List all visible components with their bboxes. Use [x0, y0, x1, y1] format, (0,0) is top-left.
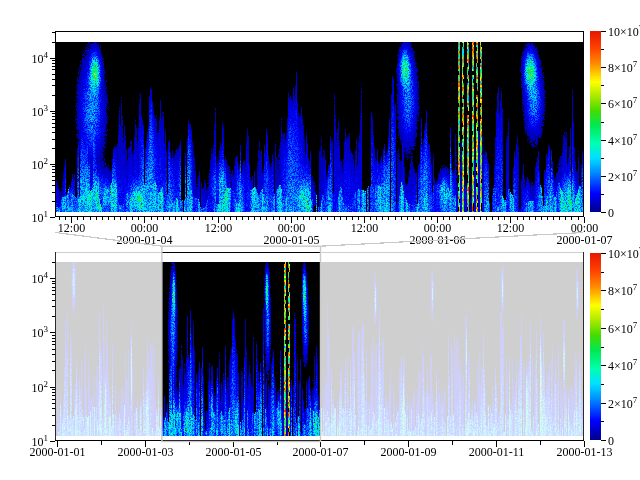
y-tick-label: 103	[32, 324, 49, 340]
colorbar-tick-label-exponent: 7	[633, 132, 638, 142]
y-tick-label: 101	[32, 209, 49, 225]
y-tick-label: 104	[32, 270, 49, 286]
y-tick-label-exponent: 2	[44, 156, 49, 166]
x-tick-date-label: 2000-01-01	[30, 445, 86, 459]
x-tick-date-label: 2000-01-07	[557, 233, 613, 247]
x-tick-date-label: 2000-01-04	[117, 233, 173, 247]
context-spectrogram-canvas[interactable]	[55, 252, 584, 441]
colorbar-tick-label: 4×107	[608, 132, 638, 148]
detail-colorbar	[590, 31, 601, 212]
x-tick-date-label: 2000-01-07	[293, 445, 349, 459]
colorbar-tick-label-exponent: 7	[633, 395, 638, 405]
context-colorbar	[590, 253, 601, 440]
colorbar-tick-label: 6×107	[608, 95, 638, 111]
colorbar-tick-label-exponent: 7	[633, 95, 638, 105]
colorbar-tick-label: 6×107	[608, 320, 638, 336]
y-tick-label-exponent: 2	[44, 379, 49, 389]
colorbar-tick-label: 8×107	[608, 59, 638, 75]
x-tick-date-label: 2000-01-05	[264, 233, 320, 247]
colorbar-tick-label-exponent: 7	[633, 282, 638, 292]
y-tick-label-exponent: 4	[44, 50, 49, 60]
x-tick-label: 12:00	[497, 221, 524, 235]
colorbar-tick-label: 10×107	[608, 23, 640, 39]
colorbar-tick-label-exponent: 7	[633, 320, 638, 330]
x-tick-date-label: 2000-01-13	[557, 445, 613, 459]
colorbar-tick-label-exponent: 7	[633, 168, 638, 178]
detail-spectrogram-canvas[interactable]	[55, 31, 584, 217]
zoom-connector-left	[56, 233, 162, 247]
spectrogram-figure: 12:0000:002000-01-0412:0000:002000-01-05…	[0, 0, 640, 480]
x-tick-label: 12:00	[351, 221, 378, 235]
colorbar-tick-label-exponent: 7	[633, 59, 638, 69]
colorbar-tick-label: 0	[608, 206, 614, 220]
x-tick-label: 00:00	[131, 221, 158, 235]
x-tick-date-label: 2000-01-11	[469, 445, 525, 459]
x-tick-date-label: 2000-01-06	[410, 233, 466, 247]
x-tick-label: 00:00	[424, 221, 451, 235]
x-tick-label: 12:00	[58, 221, 85, 235]
colorbar-tick-label: 0	[608, 434, 614, 448]
x-tick-label: 00:00	[278, 221, 305, 235]
y-tick-label: 104	[32, 50, 49, 66]
y-tick-label: 101	[32, 433, 49, 449]
colorbar-tick-label: 2×107	[608, 395, 638, 411]
x-tick-date-label: 2000-01-03	[118, 445, 174, 459]
zoom-connector-right	[320, 233, 583, 247]
x-tick-label: 12:00	[205, 221, 232, 235]
colorbar-tick-label: 8×107	[608, 282, 638, 298]
y-tick-label: 103	[32, 103, 49, 119]
y-tick-label-exponent: 1	[44, 433, 49, 443]
colorbar-tick-label: 2×107	[608, 168, 638, 184]
y-tick-label-exponent: 3	[44, 324, 49, 334]
y-tick-label-exponent: 3	[44, 103, 49, 113]
y-tick-label: 102	[32, 156, 49, 172]
colorbar-tick-label: 4×107	[608, 357, 638, 373]
colorbar-tick-label: 10×107	[608, 245, 640, 261]
x-tick-label: 00:00	[571, 221, 598, 235]
x-tick-date-label: 2000-01-05	[206, 445, 262, 459]
x-tick-date-label: 2000-01-09	[381, 445, 437, 459]
y-tick-label-exponent: 1	[44, 209, 49, 219]
y-tick-label-exponent: 4	[44, 270, 49, 280]
colorbar-tick-label-exponent: 7	[633, 357, 638, 367]
y-tick-label: 102	[32, 379, 49, 395]
